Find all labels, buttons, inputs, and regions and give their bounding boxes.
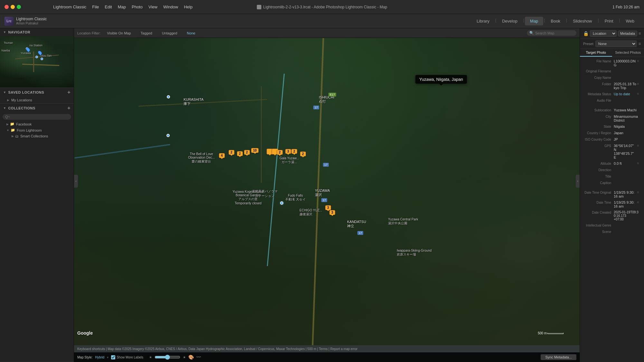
- my-locations-item[interactable]: ▶ My Locations: [0, 97, 74, 103]
- field-metadata-status-icon[interactable]: ≡: [637, 92, 641, 96]
- marker-2c[interactable]: 2: [244, 150, 250, 155]
- filter-visible-on-map[interactable]: Visible On Map: [104, 31, 134, 36]
- marker-3b[interactable]: 3: [325, 205, 331, 210]
- tab-book[interactable]: Book: [545, 17, 565, 25]
- saved-locations-arrow: ▼: [3, 91, 6, 94]
- preset-dropdown[interactable]: None: [595, 41, 637, 47]
- menu-view[interactable]: View: [148, 5, 157, 9]
- menu-file[interactable]: File: [92, 5, 99, 9]
- field-state-label: State: [582, 124, 613, 128]
- tab-map[interactable]: Map: [525, 17, 543, 25]
- slider-minus-icon: ☀: [149, 356, 152, 359]
- field-date-created-value[interactable]: 2025-01-19T09:30:16.173 +07:00: [613, 210, 641, 222]
- tab-slideshow[interactable]: Slideshow: [568, 17, 597, 25]
- app-header: Lrc Lightroom Classic Arnon Puitrakul Li…: [0, 14, 644, 28]
- brightness-slider[interactable]: [155, 355, 180, 360]
- field-country-value[interactable]: Japan: [613, 131, 641, 135]
- field-state-value[interactable]: Niigata: [613, 124, 641, 129]
- minimize-button[interactable]: [11, 5, 15, 9]
- collection-facebook[interactable]: ▶ 📁 Facebook: [0, 121, 74, 127]
- field-dt-original-value[interactable]: 1/19/25 9:30:16 am: [613, 190, 637, 199]
- tab-selected-photos[interactable]: Selected Photos: [612, 49, 644, 57]
- marker-3a[interactable]: 3: [285, 149, 291, 154]
- field-file-name-icon[interactable]: ≡: [637, 59, 641, 63]
- smart-arrow: ▶: [12, 135, 14, 138]
- slider-plus-icon: ☀: [183, 356, 186, 359]
- collections-section: ▼ Collections + ▶ 📁 Facebook ▼ 📁 From Li…: [0, 104, 74, 362]
- field-dt-icon[interactable]: ≡: [637, 200, 641, 205]
- road-vertical: [261, 86, 262, 183]
- tab-web[interactable]: Web: [621, 17, 640, 25]
- field-original-filename: Original Filename: [580, 68, 644, 75]
- marker-3c[interactable]: 3: [329, 210, 335, 215]
- map-canvas[interactable]: Yuzawa, Niigata, Japan KURASHITA庫下 ISHIU…: [74, 38, 580, 345]
- road-badge-17-1: 17: [313, 106, 319, 109]
- field-altitude-icon[interactable]: ≡: [637, 161, 641, 166]
- saved-locations-header[interactable]: ▼ Saved Locations +: [0, 88, 74, 97]
- field-audio-file-value: [613, 98, 641, 99]
- menu-window[interactable]: Window: [163, 5, 178, 9]
- field-city-value[interactable]: Minamiuonuma District: [613, 114, 641, 123]
- field-caption-value[interactable]: [613, 181, 641, 181]
- collection-from-lightroom[interactable]: ▼ 📁 From Lightroom: [0, 127, 74, 133]
- field-scene-value[interactable]: [613, 229, 641, 230]
- tab-print[interactable]: Print: [600, 17, 619, 25]
- field-metadata-status: Metadata Status Up to date ≡: [580, 91, 644, 97]
- gps-marker-2: [166, 134, 170, 137]
- add-saved-location-button[interactable]: +: [67, 90, 71, 95]
- tab-library[interactable]: Library: [471, 17, 495, 25]
- color-icon[interactable]: 🎨: [188, 355, 194, 360]
- marker-2a[interactable]: 2: [229, 150, 234, 155]
- left-panel-handle[interactable]: ‹: [74, 175, 78, 188]
- marker-4[interactable]: 4: [219, 153, 225, 158]
- collection-smart[interactable]: ▶ 🗂 Smart Collections: [0, 133, 74, 139]
- menu-photo[interactable]: Photo: [132, 5, 143, 9]
- tab-target-photo[interactable]: Target Photo: [580, 49, 612, 57]
- field-dt-original-icon[interactable]: ≡: [637, 190, 641, 195]
- menu-help[interactable]: Help: [184, 5, 193, 9]
- field-dt-value[interactable]: 1/19/25 9:30:16 am: [613, 200, 637, 209]
- tab-develop[interactable]: Develop: [497, 17, 523, 25]
- marker-2e[interactable]: 2: [291, 149, 297, 154]
- gps-marker-1: [280, 201, 283, 205]
- collection-search-input[interactable]: [3, 114, 71, 120]
- field-sublocation-value[interactable]: Yuzawa Machi: [613, 108, 641, 113]
- collections-header[interactable]: ▼ Collections +: [0, 104, 74, 113]
- show-labels-checkbox[interactable]: [111, 355, 115, 359]
- location-dropdown[interactable]: Location: [590, 30, 617, 37]
- navigator-header[interactable]: ▼ Navigator: [0, 28, 74, 36]
- marker-2f[interactable]: 2: [300, 152, 306, 156]
- navigator-arrow: ▼: [3, 31, 6, 34]
- field-altitude-value[interactable]: 0.0 ft: [613, 161, 637, 166]
- field-gps-value[interactable]: 36°56'14.07" N 138°48'25.7" E: [613, 144, 637, 160]
- metadata-menu-icon[interactable]: ≡: [639, 31, 641, 36]
- map-attribution: Keyboard shortcuts | Map data ©2025 Imag…: [74, 345, 580, 352]
- filter-untagged[interactable]: Untagged: [159, 31, 181, 36]
- map-style-value[interactable]: Hybrid: [95, 356, 104, 359]
- filter-none[interactable]: None: [184, 31, 198, 36]
- field-ig-value[interactable]: [613, 223, 641, 224]
- field-title-value[interactable]: [613, 174, 641, 175]
- field-folder-icon[interactable]: ≡: [637, 82, 641, 86]
- field-iso-code-value[interactable]: JP: [613, 137, 641, 142]
- marker-2d[interactable]: 2: [277, 150, 283, 155]
- menu-map[interactable]: Map: [118, 5, 126, 9]
- menu-lightroom[interactable]: Lightroom Classic: [53, 5, 86, 9]
- metadata-button[interactable]: Metadata: [618, 31, 637, 36]
- menu-edit[interactable]: Edit: [105, 5, 112, 9]
- field-gps-icon[interactable]: ≡: [637, 144, 641, 148]
- saved-locations-label: Saved Locations: [8, 90, 44, 94]
- zoom-button[interactable]: [17, 5, 21, 9]
- marker-2b[interactable]: 2: [237, 151, 243, 156]
- marker-10[interactable]: 10: [251, 148, 259, 153]
- sync-metadata-button[interactable]: Sync Metadata...: [541, 354, 576, 360]
- map-search-container: 🔍: [527, 30, 576, 36]
- navigator-map: Tsunan Naeba Yuzawa na Station Mou Tan: [0, 36, 74, 88]
- map-search-input[interactable]: [535, 31, 574, 35]
- add-collection-button[interactable]: +: [67, 106, 71, 111]
- bw-icon[interactable]: 〰: [196, 355, 201, 360]
- close-button[interactable]: [5, 5, 9, 9]
- filter-tagged[interactable]: Tagged: [137, 31, 156, 36]
- right-panel-handle[interactable]: ›: [576, 175, 580, 188]
- preset-menu-icon[interactable]: ≡: [639, 42, 641, 46]
